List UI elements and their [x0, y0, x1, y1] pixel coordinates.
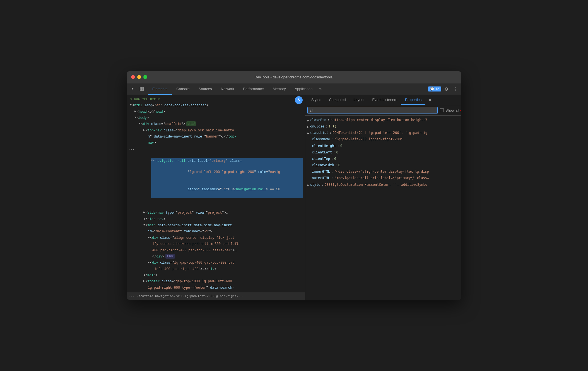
tree-line[interactable]: ▶ <side-nav type="project" view="project… [127, 210, 305, 216]
window-title: DevTools - developer.chrome.com/docs/dev… [131, 75, 457, 79]
bottom-dots: ... [129, 294, 134, 298]
tree-line: 400 pad-right-400 pad-top-300 title-bar"… [127, 247, 305, 254]
prop-row-className[interactable]: className : "lg:pad-left-200 lg:pad-righ… [310, 136, 461, 143]
show-all-label: Show all [445, 108, 459, 112]
tab-elements[interactable]: Elements [148, 83, 172, 95]
red-arrow-annotation: ◄ [459, 106, 461, 115]
toolbar-right: 💬 12 ⚙ ⋮ [428, 85, 459, 93]
prop-row-clientTop[interactable]: clientTop : 0 [310, 156, 461, 162]
selected-element[interactable]: ▼ <navigation-rail aria-label="primary" … [151, 158, 303, 198]
svg-rect-3 [142, 89, 143, 91]
bottom-end-dots: ... [238, 294, 244, 298]
maximize-button[interactable] [143, 75, 147, 79]
expand-arrow[interactable]: ▼ [130, 103, 132, 107]
prop-row-clientHeight[interactable]: clientHeight : 0 [310, 143, 461, 149]
expand-arrow[interactable]: ▶ [307, 131, 309, 136]
prop-row-innerHTML[interactable]: innerHTML : "<div class=\"align-center d… [310, 168, 461, 175]
tab-properties[interactable]: Properties [401, 95, 425, 105]
expand-arrow[interactable]: ▶ [143, 210, 145, 215]
inspect-icon[interactable] [138, 85, 146, 93]
elements-panel: ♿ <!DOCTYPE html> ▼ <html lang="en" data… [127, 95, 305, 300]
tab-sources[interactable]: Sources [194, 83, 216, 95]
right-tabs: Styles Computed Layout Event Listeners P… [305, 95, 461, 105]
elements-tree[interactable]: ♿ <!DOCTYPE html> ▼ <html lang="en" data… [127, 95, 305, 292]
tree-line[interactable]: ▶ <top-nav class="display-block hairline… [127, 127, 305, 134]
chat-icon: 💬 [430, 87, 434, 91]
settings-icon: ⚙ [444, 86, 448, 92]
breadcrumb-path: .scaffold navigation-rail.lg:pad-left-20… [137, 294, 238, 298]
tree-line[interactable]: ▶ <div class="lg:gap-top-400 gap-top-300… [127, 260, 305, 266]
expand-arrow[interactable]: ▶ [148, 235, 150, 240]
show-all-container[interactable]: Show all [440, 108, 459, 112]
accessibility-button[interactable]: ♿ [295, 96, 303, 104]
tree-line: ify-content-between pad-bottom-300 pad-l… [127, 241, 305, 247]
prop-row-closeBtn[interactable]: ▶ closeBtn : button.align-center.display… [305, 117, 461, 123]
prop-row-classList[interactable]: ▶ classList : DOMTokenList(2) ['lg:pad-l… [305, 130, 461, 136]
expand-arrow[interactable]: ▶ [134, 109, 136, 114]
tree-line[interactable]: ▼ <div class="scaffold"> grid [127, 121, 305, 127]
tree-line[interactable]: ▶ <div class="align-center display-flex … [127, 235, 305, 241]
right-panel: Styles Computed Layout Event Listeners P… [305, 95, 461, 300]
prop-row-style[interactable]: ▶ style : CSSStyleDeclaration {accentCol… [305, 182, 461, 188]
filter-input[interactable] [307, 107, 438, 114]
tab-memory[interactable]: Memory [268, 83, 290, 95]
breadcrumb-dots[interactable]: ... [128, 146, 136, 152]
tree-line: ... ▼ <navigation-rail aria-label="prima… [127, 146, 305, 210]
tab-computed[interactable]: Computed [325, 95, 350, 105]
expand-arrow[interactable]: ▶ [307, 125, 309, 129]
devtools-window: DevTools - developer.chrome.com/docs/dev… [127, 71, 461, 300]
tree-line[interactable]: ▼ <html lang="en" data-cookies-accepted> [127, 102, 305, 109]
accessibility-icon: ♿ [298, 97, 300, 103]
prop-row-clientLeft[interactable]: clientLeft : 0 [310, 149, 461, 156]
tree-line: m" data-side-nav-inert role="banner">…</… [127, 134, 305, 140]
tab-performance[interactable]: Performance [238, 83, 268, 95]
notification-count: 12 [435, 87, 439, 91]
tab-event-listeners[interactable]: Event Listeners [368, 95, 401, 105]
tabs-overflow[interactable]: » [317, 83, 324, 95]
expand-arrow[interactable]: ▶ [143, 279, 145, 283]
notification-badge[interactable]: 💬 12 [428, 86, 441, 91]
close-button[interactable] [131, 75, 135, 79]
toolbar-icon-group [129, 85, 146, 93]
tab-application[interactable]: Application [290, 83, 317, 95]
minimize-button[interactable] [137, 75, 141, 79]
flex-badge[interactable]: flex [165, 254, 175, 259]
toolbar: Elements Console Sources Network Perform… [127, 83, 461, 95]
tree-line: </div> flex [127, 254, 305, 260]
expand-arrow[interactable]: ▶ [307, 118, 309, 123]
expand-arrow[interactable]: ▼ [139, 121, 141, 126]
tree-line[interactable]: ▼ <body> [127, 115, 305, 121]
prop-row-clientWidth[interactable]: clientWidth : 0 [310, 162, 461, 168]
expand-arrow[interactable]: ▶ [148, 260, 150, 265]
bottom-bar: ... .scaffold navigation-rail.lg:pad-lef… [127, 292, 305, 300]
expand-arrow[interactable]: ▼ [134, 115, 136, 120]
right-tabs-overflow[interactable]: » [426, 97, 433, 102]
svg-rect-2 [140, 89, 141, 91]
expand-arrow[interactable]: ▶ [143, 128, 145, 132]
title-bar: DevTools - developer.chrome.com/docs/dev… [127, 71, 461, 83]
tab-network[interactable]: Network [216, 83, 239, 95]
main-tabs: Elements Console Sources Network Perform… [148, 83, 428, 95]
tree-line[interactable]: ▼ <main data-search-inert data-side-nav-… [127, 222, 305, 228]
tab-styles[interactable]: Styles [307, 95, 325, 105]
tree-line[interactable]: ▶ <footer class="gap-top-1000 lg:pad-lef… [127, 278, 305, 285]
expand-arrow[interactable]: ▼ [143, 223, 145, 227]
search-bar: Show all ◄ [305, 105, 461, 116]
grid-badge[interactable]: grid [186, 121, 196, 126]
tree-line[interactable]: ▶ <head>…</head> [127, 109, 305, 115]
show-all-checkbox[interactable] [440, 108, 444, 112]
tree-line: </side-nav> [127, 216, 305, 222]
tree-line: <!DOCTYPE html> [127, 96, 305, 102]
expand-arrow[interactable]: ▼ [151, 158, 153, 163]
expand-arrow[interactable]: ▶ [307, 183, 309, 187]
main-content: ♿ <!DOCTYPE html> ▼ <html lang="en" data… [127, 95, 461, 300]
more-button[interactable]: ⋮ [451, 85, 459, 93]
tab-console[interactable]: Console [172, 83, 194, 95]
tab-layout[interactable]: Layout [350, 95, 368, 105]
prop-row-outerHTML[interactable]: outerHTML : "<navigation-rail aria-label… [310, 175, 461, 181]
cursor-icon[interactable] [129, 85, 137, 93]
prop-row-onClose[interactable]: ▶ onClose : f () [305, 123, 461, 130]
traffic-lights [131, 75, 147, 79]
settings-button[interactable]: ⚙ [442, 85, 450, 93]
properties-list: ▶ closeBtn : button.align-center.display… [305, 116, 461, 300]
